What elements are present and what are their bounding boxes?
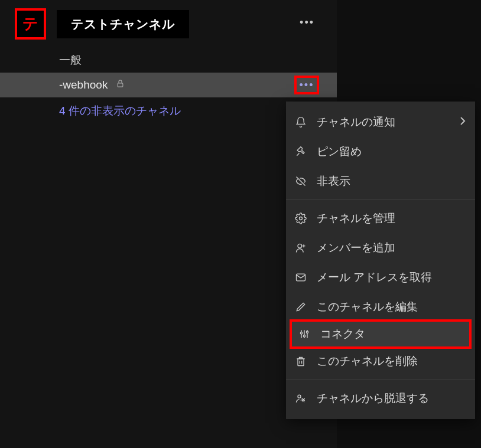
menu-label: コネクタ (320, 326, 462, 342)
svg-point-6 (306, 331, 308, 333)
trash-icon (294, 355, 307, 368)
connector-icon (298, 328, 311, 341)
channel-general[interactable]: 一般 (0, 48, 337, 73)
menu-delete-channel[interactable]: このチャネルを削除 (286, 346, 475, 376)
add-member-icon (294, 241, 307, 254)
menu-channel-notifications[interactable]: チャネルの通知 (286, 107, 475, 137)
menu-label: ピン留め (317, 144, 466, 159)
channel-label: -webhook (59, 79, 108, 91)
team-avatar[interactable]: テ (15, 8, 46, 40)
team-name[interactable]: テストチャンネル (57, 10, 189, 38)
svg-point-1 (300, 217, 303, 220)
menu-manage-channel[interactable]: チャネルを管理 (286, 204, 475, 233)
menu-label: チャネルの通知 (317, 115, 466, 130)
menu-hide[interactable]: 非表示 (286, 166, 475, 196)
svg-rect-3 (297, 274, 306, 281)
leave-icon (294, 392, 307, 405)
svg-point-4 (300, 332, 302, 334)
menu-group-1: チャネルの通知 ピン留め 非表示 (286, 104, 475, 200)
menu-label: メンバーを追加 (317, 240, 466, 256)
menu-label: メール アドレスを取得 (317, 270, 466, 285)
pencil-icon (294, 300, 307, 313)
channel-context-menu: チャネルの通知 ピン留め 非表示 (286, 102, 475, 419)
menu-leave-channel[interactable]: チャネルから脱退する (286, 384, 475, 413)
svg-point-7 (298, 395, 301, 398)
menu-label: このチャネルを削除 (317, 354, 466, 369)
svg-point-2 (298, 244, 302, 248)
mail-icon (294, 271, 307, 284)
team-more-button[interactable]: ••• (300, 17, 314, 29)
menu-label: このチャネルを編集 (317, 299, 466, 315)
menu-group-3: チャネルから脱退する (286, 380, 475, 417)
bell-icon (294, 116, 307, 129)
menu-pin[interactable]: ピン留め (286, 137, 475, 166)
menu-add-member[interactable]: メンバーを追加 (286, 233, 475, 263)
hide-icon (294, 175, 307, 188)
team-header: テ テストチャンネル ••• (0, 0, 337, 48)
gear-icon (294, 212, 307, 225)
channel-more-button[interactable]: ••• (294, 76, 319, 94)
chevron-right-icon (460, 116, 466, 129)
menu-label: チャネルから脱退する (317, 391, 466, 406)
menu-label: チャネルを管理 (317, 211, 466, 226)
menu-group-2: チャネルを管理 メンバーを追加 メール アドレスを取得 (286, 200, 475, 380)
more-dots-icon: ••• (300, 79, 314, 91)
channel-webhook[interactable]: -webhook ••• (0, 73, 337, 97)
menu-connectors[interactable]: コネクタ (290, 319, 472, 349)
lock-icon (116, 79, 125, 91)
pin-icon (294, 145, 307, 158)
svg-point-5 (303, 335, 305, 337)
menu-get-email[interactable]: メール アドレスを取得 (286, 263, 475, 292)
menu-label: 非表示 (317, 174, 466, 189)
svg-rect-0 (118, 83, 124, 87)
channel-label: 一般 (59, 53, 82, 68)
menu-edit-channel[interactable]: このチャネルを編集 (286, 292, 475, 322)
